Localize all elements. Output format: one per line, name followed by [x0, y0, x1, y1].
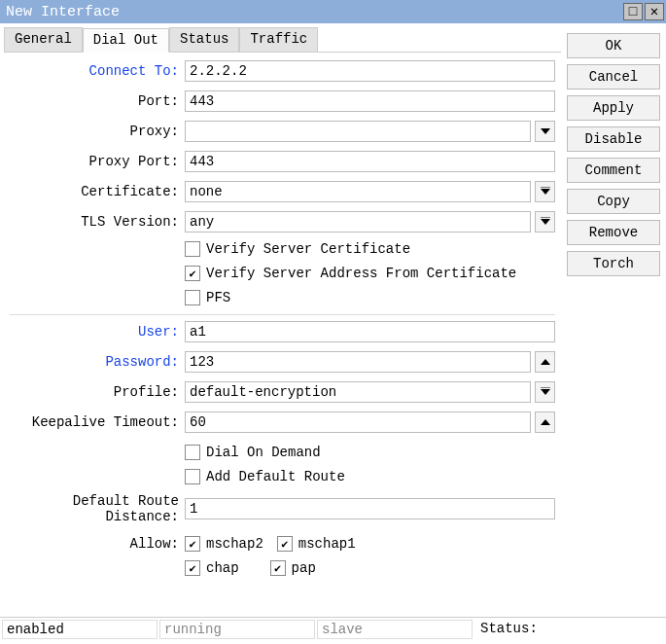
connect-to-input[interactable] — [185, 60, 555, 82]
connect-to-label: Connect To: — [10, 63, 185, 79]
certificate-input[interactable] — [185, 181, 531, 202]
profile-dropdown-icon[interactable] — [535, 381, 555, 403]
certificate-label: Certificate: — [10, 184, 185, 199]
profile-label: Profile: — [10, 384, 185, 400]
keepalive-collapse-icon[interactable] — [535, 411, 555, 433]
tab-dial-out[interactable]: Dial Out — [83, 28, 169, 53]
svg-marker-8 — [541, 419, 550, 425]
verify-addr-cert-checkbox[interactable] — [185, 266, 200, 281]
proxy-input[interactable] — [185, 121, 531, 142]
proxy-dropdown-icon[interactable] — [535, 121, 555, 142]
password-label: Password: — [10, 354, 185, 370]
remove-button[interactable]: Remove — [567, 220, 660, 245]
status-bar: enabled running slave Status: — [0, 617, 666, 640]
keepalive-label: Keepalive Timeout: — [10, 414, 185, 430]
proxy-port-label: Proxy Port: — [10, 154, 185, 169]
svg-marker-6 — [541, 389, 550, 395]
allow-pap-checkbox[interactable] — [270, 560, 286, 576]
verify-addr-cert-label: Verify Server Address From Certificate — [206, 266, 516, 281]
allow-label: Allow: — [10, 536, 185, 552]
tab-general[interactable]: General — [4, 27, 83, 52]
ok-button[interactable]: OK — [567, 33, 660, 58]
svg-marker-3 — [541, 219, 550, 225]
torch-button[interactable]: Torch — [567, 251, 660, 276]
user-label: User: — [10, 324, 185, 340]
allow-pap-label: pap — [292, 560, 316, 576]
status-running: running — [159, 620, 315, 639]
copy-button[interactable]: Copy — [567, 189, 660, 214]
password-input[interactable] — [185, 351, 531, 373]
allow-mschap1-checkbox[interactable] — [277, 536, 293, 552]
button-panel: OK Cancel Apply Disable Comment Copy Rem… — [567, 27, 660, 613]
default-route-distance-label: Default Route Distance: — [10, 493, 185, 524]
disable-button[interactable]: Disable — [567, 126, 660, 152]
certificate-dropdown-icon[interactable] — [535, 181, 555, 202]
proxy-label: Proxy: — [10, 124, 185, 139]
profile-input[interactable] — [185, 381, 531, 403]
comment-button[interactable]: Comment — [567, 158, 660, 183]
tls-version-dropdown-icon[interactable] — [535, 211, 555, 233]
verify-server-cert-checkbox[interactable] — [185, 241, 200, 257]
verify-server-cert-label: Verify Server Certificate — [206, 241, 410, 257]
pfs-label: PFS — [206, 290, 230, 305]
allow-mschap2-label: mschap2 — [206, 536, 263, 552]
pfs-checkbox[interactable] — [185, 290, 200, 305]
close-button[interactable]: ✕ — [645, 3, 664, 20]
allow-chap-label: chap — [206, 560, 239, 576]
user-input[interactable] — [185, 321, 555, 342]
password-collapse-icon[interactable] — [535, 351, 555, 373]
minimize-button[interactable]: □ — [623, 3, 643, 20]
svg-marker-1 — [541, 189, 550, 195]
svg-marker-5 — [541, 359, 550, 365]
proxy-port-input[interactable] — [185, 151, 555, 172]
apply-button[interactable]: Apply — [567, 95, 660, 121]
title-bar: New Interface □ ✕ — [0, 0, 666, 23]
port-label: Port: — [10, 93, 185, 109]
cancel-button[interactable]: Cancel — [567, 64, 660, 89]
tab-bar: General Dial Out Status Traffic — [4, 27, 561, 53]
keepalive-input[interactable] — [185, 411, 531, 433]
tls-version-input[interactable] — [185, 211, 531, 233]
status-enabled: enabled — [2, 620, 158, 639]
tab-status[interactable]: Status — [169, 27, 239, 52]
default-route-distance-input[interactable] — [185, 498, 555, 519]
dial-on-demand-label: Dial On Demand — [206, 445, 321, 460]
status-label: Status: — [474, 620, 542, 639]
allow-mschap1-label: mschap1 — [298, 536, 356, 552]
add-default-route-label: Add Default Route — [206, 469, 345, 484]
allow-chap-checkbox[interactable] — [185, 560, 200, 576]
add-default-route-checkbox[interactable] — [185, 469, 200, 484]
dial-on-demand-checkbox[interactable] — [185, 445, 200, 460]
allow-mschap2-checkbox[interactable] — [185, 536, 200, 552]
tls-version-label: TLS Version: — [10, 214, 185, 230]
tab-traffic[interactable]: Traffic — [239, 27, 318, 52]
status-slave: slave — [317, 620, 473, 639]
svg-marker-0 — [541, 128, 550, 134]
port-input[interactable] — [185, 90, 555, 112]
window-title: New Interface — [6, 4, 621, 20]
separator — [10, 314, 555, 315]
